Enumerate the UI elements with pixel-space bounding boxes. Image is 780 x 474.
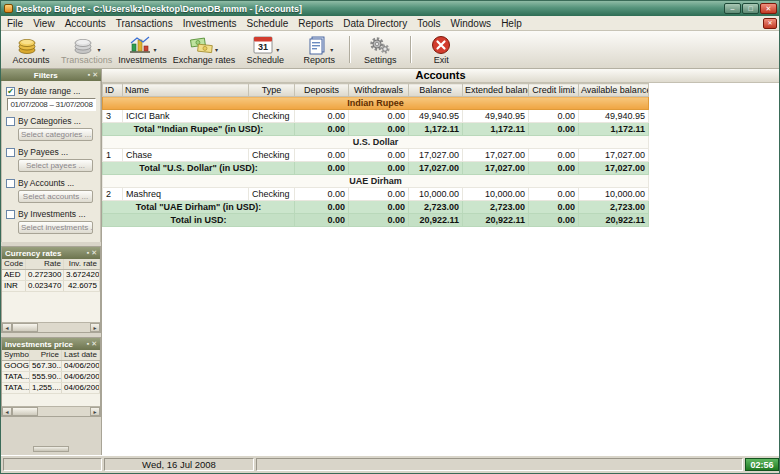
scroll-right-icon[interactable]: ►	[90, 407, 100, 416]
select-payees-button[interactable]: Select payees ...	[18, 159, 93, 172]
cell-balance[interactable]: 17,027.00	[409, 149, 463, 162]
close-panel-icon[interactable]: ✕	[91, 248, 97, 258]
group-name[interactable]: U.S. Dollar	[103, 136, 649, 149]
menu-view[interactable]: View	[28, 16, 60, 30]
select-categories-button[interactable]: Select categories ...	[18, 128, 93, 141]
investments-col-price[interactable]: Price	[30, 350, 62, 360]
cell-available-balance[interactable]: 17,027.00	[579, 149, 649, 162]
investments-hscrollbar[interactable]: ◄ ►	[2, 406, 100, 416]
menu-tools[interactable]: Tools	[412, 16, 445, 30]
currency-col-inv-rate[interactable]: Inv. rate	[64, 259, 100, 269]
column-header-type[interactable]: Type	[249, 84, 295, 97]
close-panel-icon[interactable]: ✕	[91, 339, 97, 349]
cell-withdrawals[interactable]: 0.00	[349, 149, 409, 162]
account-row[interactable]: 3 ICICI Bank Checking 0.00 0.00 49,940.9…	[103, 110, 649, 123]
select-investments-button[interactable]: Select investments ...	[18, 221, 93, 234]
investments-col-last-date[interactable]: Last date	[62, 350, 100, 360]
cell-deposits[interactable]: 0.00	[295, 188, 349, 201]
accounts-checkbox[interactable]	[6, 179, 15, 188]
investment-row[interactable]: TATA... 555.90... 04/06/200...	[2, 372, 100, 383]
toolbar-transactions-button[interactable]: ▾ Transactions	[58, 32, 115, 67]
cell-name[interactable]: Mashreq	[123, 188, 249, 201]
pin-icon[interactable]: ▪	[87, 339, 89, 349]
scroll-track[interactable]	[38, 323, 90, 332]
categories-checkbox[interactable]	[6, 117, 15, 126]
menu-help[interactable]: Help	[496, 16, 527, 30]
group-name[interactable]: UAE Dirham	[103, 175, 649, 188]
scroll-thumb[interactable]	[12, 407, 38, 416]
pin-icon[interactable]: ▪	[87, 248, 89, 258]
cell-type[interactable]: Checking	[249, 110, 295, 123]
toolbar-schedule-button[interactable]: 31 ▾ Schedule	[238, 32, 292, 67]
cell-available-balance[interactable]: 49,940.95	[579, 110, 649, 123]
currency-col-code[interactable]: Code	[2, 259, 26, 269]
column-header-credit-limit[interactable]: Credit limit	[529, 84, 579, 97]
currency-col-rate[interactable]: Rate	[26, 259, 64, 269]
toolbar-accounts-button[interactable]: ▾ Accounts	[4, 32, 58, 67]
cell-id[interactable]: 3	[103, 110, 123, 123]
pin-icon[interactable]: ▪	[88, 70, 90, 80]
column-header-available-balance[interactable]: Available balance	[579, 84, 649, 97]
scroll-track[interactable]	[38, 407, 90, 416]
currency-hscrollbar[interactable]: ◄ ►	[2, 322, 100, 332]
menu-reports[interactable]: Reports	[293, 16, 338, 30]
column-header-balance[interactable]: Balance	[409, 84, 463, 97]
cell-id[interactable]: 1	[103, 149, 123, 162]
investments-checkbox[interactable]	[6, 210, 15, 219]
cell-credit-limit[interactable]: 0.00	[529, 188, 579, 201]
maximize-button[interactable]: □	[742, 3, 759, 14]
cell-type[interactable]: Checking	[249, 149, 295, 162]
column-header-withdrawals[interactable]: Withdrawals	[349, 84, 409, 97]
cell-deposits[interactable]: 0.00	[295, 110, 349, 123]
close-panel-icon[interactable]: ✕	[92, 70, 98, 80]
account-row[interactable]: 2 Mashreq Checking 0.00 0.00 10,000.00 1…	[103, 188, 649, 201]
cell-withdrawals[interactable]: 0.00	[349, 188, 409, 201]
group-header-indian-rupee[interactable]: Indian Rupee	[103, 97, 649, 110]
toolbar-reports-button[interactable]: ▾ Reports	[292, 32, 346, 67]
cell-name[interactable]: Chase	[123, 149, 249, 162]
select-accounts-button[interactable]: Select accounts ...	[18, 190, 93, 203]
menu-schedule[interactable]: Schedule	[242, 16, 294, 30]
cell-id[interactable]: 2	[103, 188, 123, 201]
scroll-left-icon[interactable]: ◄	[2, 323, 12, 332]
column-header-extended-balance[interactable]: Extended balance	[463, 84, 529, 97]
minimize-button[interactable]: –	[724, 3, 741, 14]
menu-accounts[interactable]: Accounts	[60, 16, 111, 30]
cell-balance[interactable]: 10,000.00	[409, 188, 463, 201]
cell-extended-balance[interactable]: 17,027.00	[463, 149, 529, 162]
toolbar-investments-button[interactable]: ▾ Investments	[115, 32, 170, 67]
scroll-left-icon[interactable]: ◄	[2, 407, 12, 416]
cell-balance[interactable]: 49,940.95	[409, 110, 463, 123]
cell-credit-limit[interactable]: 0.00	[529, 110, 579, 123]
cell-extended-balance[interactable]: 49,940.95	[463, 110, 529, 123]
column-header-name[interactable]: Name	[123, 84, 249, 97]
menu-data-directory[interactable]: Data Directory	[338, 16, 412, 30]
toolbar-exit-button[interactable]: Exit	[414, 32, 468, 67]
date-range-value[interactable]: 01/07/2008 – 31/07/2008	[7, 98, 96, 111]
sidebar-grip[interactable]	[33, 446, 69, 452]
column-header-deposits[interactable]: Deposits	[295, 84, 349, 97]
cell-name[interactable]: ICICI Bank	[123, 110, 249, 123]
menu-file[interactable]: File	[2, 16, 28, 30]
group-name[interactable]: Indian Rupee	[103, 97, 649, 110]
group-header-us-dollar[interactable]: U.S. Dollar	[103, 136, 649, 149]
account-row[interactable]: 1 Chase Checking 0.00 0.00 17,027.00 17,…	[103, 149, 649, 162]
currency-row[interactable]: INR 0.023470 42.6075	[2, 281, 100, 292]
toolbar-settings-button[interactable]: Settings	[353, 32, 407, 67]
close-button[interactable]: ✕	[760, 3, 777, 14]
investment-row[interactable]: GOOG 567.30... 04/06/200...	[2, 361, 100, 372]
currency-row[interactable]: AED 0.272300 3.672420	[2, 270, 100, 281]
menu-transactions[interactable]: Transactions	[111, 16, 178, 30]
toolbar-exchange-rates-button[interactable]: ▾ Exchange rates	[170, 32, 239, 67]
mdi-close-button[interactable]: ✕	[763, 18, 777, 29]
menu-investments[interactable]: Investments	[178, 16, 242, 30]
cell-available-balance[interactable]: 10,000.00	[579, 188, 649, 201]
cell-withdrawals[interactable]: 0.00	[349, 110, 409, 123]
group-header-uae-dirham[interactable]: UAE Dirham	[103, 175, 649, 188]
menu-windows[interactable]: Windows	[446, 16, 497, 30]
cell-type[interactable]: Checking	[249, 188, 295, 201]
cell-deposits[interactable]: 0.00	[295, 149, 349, 162]
investments-col-symbol[interactable]: Symbol	[2, 350, 30, 360]
cell-extended-balance[interactable]: 10,000.00	[463, 188, 529, 201]
scroll-right-icon[interactable]: ►	[90, 323, 100, 332]
